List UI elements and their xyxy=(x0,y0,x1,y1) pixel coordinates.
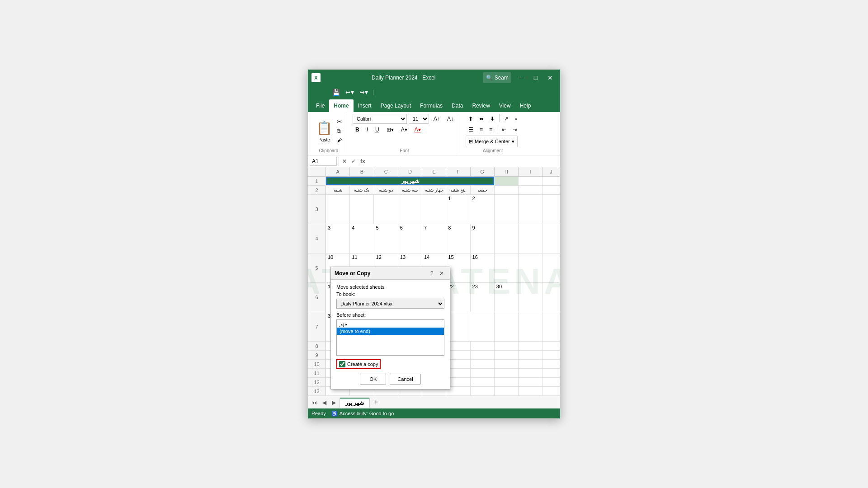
cell-g3[interactable]: 2 xyxy=(470,195,494,224)
cell-e3[interactable] xyxy=(422,195,446,224)
cell-empty[interactable] xyxy=(519,342,542,350)
format-painter-button[interactable]: 🖌 xyxy=(336,136,343,144)
cell-b3[interactable] xyxy=(350,195,374,224)
col-header-e[interactable]: E xyxy=(422,167,446,176)
top-align-button[interactable]: ⬆ xyxy=(466,114,476,124)
italic-button[interactable]: I xyxy=(364,125,371,135)
cell-i5[interactable] xyxy=(519,253,542,282)
cell-g7[interactable] xyxy=(470,312,494,341)
cell-h6[interactable]: 30 xyxy=(495,283,519,312)
cell-empty[interactable] xyxy=(495,351,519,359)
cell-i7[interactable] xyxy=(519,312,542,341)
cell-empty[interactable] xyxy=(542,342,560,350)
merge-center-button[interactable]: ⊞ Merge & Center ▾ xyxy=(466,136,518,147)
dialog-ok-button[interactable]: OK xyxy=(360,374,386,385)
cell-i1[interactable] xyxy=(519,177,542,185)
col-header-f[interactable]: F xyxy=(446,167,470,176)
undo-qat-button[interactable]: ↩▾ xyxy=(344,88,356,97)
cell-empty[interactable] xyxy=(519,351,542,359)
cut-button[interactable]: ✂ xyxy=(336,117,343,126)
tab-page-layout[interactable]: Page Layout xyxy=(376,99,415,112)
font-color-button[interactable]: A▾ xyxy=(412,125,424,135)
font-size-select[interactable]: 11 xyxy=(409,114,429,124)
col-header-d[interactable]: D xyxy=(398,167,422,176)
cell-i6[interactable] xyxy=(519,283,542,312)
cell-j4[interactable] xyxy=(542,224,560,253)
left-align-button[interactable]: ☰ xyxy=(466,125,476,135)
cell-empty[interactable] xyxy=(471,369,495,377)
cell-c4[interactable]: 5 xyxy=(374,224,398,253)
cell-empty[interactable] xyxy=(471,360,495,368)
to-book-select[interactable]: Daily Planner 2024.xlsx xyxy=(336,299,444,309)
listbox-item-mehr[interactable]: مهر xyxy=(337,320,444,328)
cell-h7[interactable] xyxy=(495,312,519,341)
cell-j6[interactable] xyxy=(542,283,560,312)
redo-qat-button[interactable]: ↪▾ xyxy=(358,88,370,97)
fill-color-button[interactable]: A▾ xyxy=(398,125,410,135)
cell-empty[interactable] xyxy=(471,387,495,395)
listbox-item-move-to-end[interactable]: (move to end) xyxy=(337,328,444,335)
cell-empty[interactable] xyxy=(542,360,560,368)
angle-text-button[interactable]: ↗ xyxy=(501,114,511,124)
maximize-button[interactable]: □ xyxy=(529,72,542,83)
middle-align-button[interactable]: ⬌ xyxy=(476,114,486,124)
cancel-formula-icon[interactable]: ✕ xyxy=(341,158,348,164)
cell-g4[interactable]: 9 xyxy=(471,224,495,253)
increase-indent-button[interactable]: ⇥ xyxy=(510,125,520,135)
cell-day-tue[interactable]: سه شنبه xyxy=(398,186,422,194)
formula-input[interactable] xyxy=(368,158,558,164)
cell-empty[interactable] xyxy=(519,369,542,377)
cell-j3[interactable] xyxy=(542,195,560,224)
cell-empty[interactable] xyxy=(495,369,519,377)
save-qat-button[interactable]: 💾 xyxy=(330,88,342,97)
cell-a3[interactable] xyxy=(326,195,350,224)
minimize-button[interactable]: ─ xyxy=(515,72,528,83)
cell-f3[interactable]: 1 xyxy=(446,195,470,224)
cell-day-sun[interactable]: یک شنبه xyxy=(350,186,374,194)
create-copy-checkbox[interactable] xyxy=(339,361,345,367)
add-sheet-button[interactable]: + xyxy=(372,398,380,407)
border-button[interactable]: ⊞▾ xyxy=(384,125,396,135)
bottom-align-button[interactable]: ⬇ xyxy=(487,114,497,124)
sheet-tab-shahryour[interactable]: شهر یور xyxy=(340,398,370,408)
cell-g6[interactable]: 23 xyxy=(471,283,495,312)
cell-h2[interactable] xyxy=(495,186,519,194)
cell-empty[interactable] xyxy=(519,360,542,368)
cell-empty[interactable] xyxy=(542,369,560,377)
cell-i4[interactable] xyxy=(519,224,542,253)
cell-h1[interactable] xyxy=(494,177,518,185)
paste-button[interactable]: 📋 xyxy=(314,119,334,137)
sheet-nav-prev[interactable]: ◀ xyxy=(321,399,328,407)
cell-d3[interactable] xyxy=(398,195,422,224)
confirm-formula-icon[interactable]: ✓ xyxy=(350,158,357,164)
close-button[interactable]: ✕ xyxy=(544,72,557,83)
cell-empty[interactable] xyxy=(471,351,495,359)
cell-a4[interactable]: 3 xyxy=(326,224,350,253)
tab-file[interactable]: File xyxy=(311,99,329,112)
copy-button[interactable]: ⧉ xyxy=(336,127,343,135)
tab-view[interactable]: View xyxy=(495,99,515,112)
col-header-a[interactable]: A xyxy=(326,167,350,176)
cell-empty[interactable] xyxy=(495,387,519,395)
cell-e4[interactable]: 7 xyxy=(422,224,446,253)
increase-font-button[interactable]: A↑ xyxy=(431,114,443,124)
cell-day-sat[interactable]: شنبه xyxy=(326,186,350,194)
cell-day-thu[interactable]: پنج شنبه xyxy=(446,186,470,194)
right-align-button[interactable]: ≡ xyxy=(486,125,495,135)
tab-home[interactable]: Home xyxy=(329,99,353,112)
name-box-input[interactable] xyxy=(310,157,337,166)
cell-d4[interactable]: 6 xyxy=(398,224,422,253)
decrease-indent-button[interactable]: ⇤ xyxy=(499,125,509,135)
cell-j2[interactable] xyxy=(542,186,560,194)
cell-empty[interactable] xyxy=(542,387,560,395)
tab-formulas[interactable]: Formulas xyxy=(415,99,447,112)
col-header-i[interactable]: I xyxy=(519,167,542,176)
tab-help[interactable]: Help xyxy=(515,99,536,112)
tab-data[interactable]: Data xyxy=(447,99,467,112)
cell-empty[interactable] xyxy=(542,378,560,386)
dialog-help-button[interactable]: ? xyxy=(427,269,436,278)
cell-a1[interactable]: شهریور xyxy=(326,177,494,185)
cell-c3[interactable] xyxy=(374,195,398,224)
sheet-nav-next[interactable]: ▶ xyxy=(330,399,338,407)
cell-j7[interactable] xyxy=(542,312,560,341)
